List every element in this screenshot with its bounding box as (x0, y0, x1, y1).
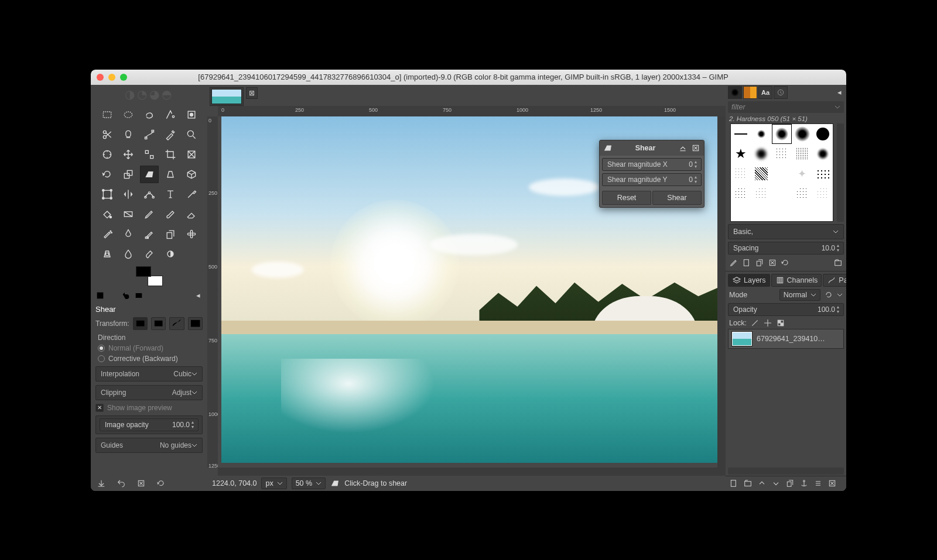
delete-preset-icon[interactable] (136, 479, 146, 488)
tool-by-color-select[interactable] (182, 106, 201, 123)
layer-opacity-field[interactable]: Opacity 100.0 ▲▼ (728, 303, 844, 316)
brush-preset-combo[interactable]: Basic, (728, 224, 844, 239)
brush-scrollbar[interactable] (837, 123, 844, 222)
tool-foreground[interactable] (119, 126, 138, 143)
mode-reset-icon[interactable] (824, 290, 833, 300)
interpolation-combo[interactable]: Interpolation Cubic (95, 366, 203, 382)
window-minimize-button[interactable] (108, 74, 115, 81)
layer-merge-icon[interactable] (813, 479, 823, 488)
tool-rect-select[interactable] (98, 106, 117, 123)
tool-move[interactable] (119, 146, 138, 163)
direction-corrective-radio[interactable] (98, 355, 105, 362)
lock-pixels-icon[interactable] (750, 318, 760, 328)
layer-anchor-icon[interactable] (799, 479, 809, 488)
tool-persp-clone[interactable] (98, 245, 117, 263)
tool-warp[interactable] (182, 185, 201, 203)
layer-up-icon[interactable] (757, 479, 767, 488)
tool-handle[interactable] (98, 185, 117, 203)
layers-tab[interactable]: Layers (728, 274, 770, 287)
dock-menu-icon[interactable]: ◂ (193, 291, 203, 300)
tool-rotate[interactable] (98, 166, 117, 183)
tool-paths[interactable] (140, 126, 159, 143)
transform-path-button[interactable] (169, 317, 184, 330)
tool-blur[interactable] (119, 245, 138, 263)
ruler-vertical[interactable]: 0 250 500 750 1000 1250 (207, 116, 218, 468)
brushes-tab[interactable] (728, 86, 742, 99)
tool-ink[interactable] (119, 225, 138, 243)
shear-y-field[interactable]: Shear magnitude Y 0 ▲▼ (602, 173, 702, 186)
brush-new-icon[interactable] (742, 258, 751, 267)
tool-heal[interactable] (182, 225, 201, 243)
layer-row[interactable]: 67929641_239410… (728, 329, 844, 349)
tab-undo-history-icon[interactable] (121, 291, 131, 300)
tool-pencil[interactable] (140, 205, 159, 223)
tool-paintbrush[interactable] (161, 205, 180, 223)
shear-reset-button[interactable]: Reset (602, 191, 651, 205)
restore-preset-icon[interactable] (117, 479, 126, 488)
brush-delete-icon[interactable] (768, 258, 777, 267)
tool-measure[interactable] (98, 146, 117, 163)
fonts-tab[interactable]: Aa (758, 86, 772, 99)
layer-down-icon[interactable] (771, 479, 781, 488)
tool-bucket[interactable] (98, 205, 117, 223)
brush-spacing-field[interactable]: Spacing 10.0 ▲▼ (728, 242, 844, 255)
layer-mode-combo[interactable]: Normal (779, 289, 820, 301)
brush-edit-icon[interactable] (729, 258, 738, 267)
direction-normal-radio[interactable] (98, 345, 105, 352)
layer-group-icon[interactable] (743, 479, 753, 488)
ruler-horizontal[interactable]: 0 250 500 750 1000 1250 1500 (218, 106, 726, 116)
scrollbar-vertical[interactable] (717, 116, 726, 468)
layer-duplicate-icon[interactable] (785, 479, 795, 488)
save-preset-icon[interactable] (97, 479, 106, 488)
image-tab[interactable] (210, 87, 244, 106)
image-opacity-field[interactable]: Image opacity 100.0 ▲▼ (100, 418, 199, 431)
tool-eraser[interactable] (182, 205, 201, 223)
shear-dialog-close-icon[interactable] (691, 143, 700, 153)
shear-apply-button[interactable]: Shear (652, 191, 702, 205)
tool-clone[interactable] (161, 225, 180, 243)
tool-ellipse-select[interactable] (119, 106, 138, 123)
reset-preset-icon[interactable] (156, 479, 166, 488)
tool-gradient[interactable] (119, 205, 138, 223)
brush-open-icon[interactable] (833, 258, 843, 267)
tool-airbrush[interactable] (98, 225, 117, 243)
window-close-button[interactable] (97, 74, 104, 81)
tool-crop[interactable] (161, 146, 180, 163)
layer-new-icon[interactable] (729, 479, 738, 488)
tool-color-picker[interactable] (161, 126, 180, 143)
paths-tab[interactable]: Paths (823, 274, 846, 287)
tool-text[interactable] (161, 185, 180, 203)
tab-tool-options-icon[interactable] (95, 291, 105, 300)
brush-duplicate-icon[interactable] (755, 258, 764, 267)
brush-refresh-icon[interactable] (781, 258, 790, 267)
tool-3d[interactable] (182, 166, 201, 183)
tool-fuzzy-select[interactable] (161, 106, 180, 123)
brush-filter-input[interactable]: filter (728, 101, 844, 113)
status-unit-combo[interactable]: px (261, 477, 286, 489)
brush-grid[interactable]: ★ ✦ (730, 123, 833, 222)
tool-unified[interactable] (182, 146, 201, 163)
transform-image-button[interactable] (188, 317, 203, 330)
patterns-tab[interactable] (743, 86, 757, 99)
tab-images-icon[interactable] (134, 291, 143, 300)
history-tab[interactable] (774, 86, 788, 99)
lock-alpha-icon[interactable] (776, 318, 785, 328)
tool-mypaint[interactable] (140, 225, 159, 243)
transform-layer-button[interactable] (133, 317, 148, 330)
shear-x-field[interactable]: Shear magnitude X 0 ▲▼ (602, 158, 702, 171)
tab-device-status-icon[interactable] (108, 291, 118, 300)
tool-dodge[interactable] (161, 245, 180, 263)
fg-bg-swatches[interactable] (136, 266, 163, 286)
dock-menu-icon[interactable]: ◂ (835, 88, 844, 97)
tool-scale[interactable] (119, 166, 138, 183)
image-tab-close[interactable]: ⊠ (246, 87, 258, 99)
tool-align[interactable] (140, 146, 159, 163)
layer-delete-icon[interactable] (827, 479, 837, 488)
transform-selection-button[interactable] (151, 317, 166, 330)
channels-tab[interactable]: Channels (771, 274, 822, 287)
guides-combo[interactable]: Guides No guides (95, 438, 203, 453)
shear-dialog-collapse-icon[interactable] (678, 143, 688, 153)
chevron-down-icon[interactable] (837, 292, 843, 298)
window-zoom-button[interactable] (120, 74, 127, 81)
lock-position-icon[interactable] (763, 318, 772, 328)
